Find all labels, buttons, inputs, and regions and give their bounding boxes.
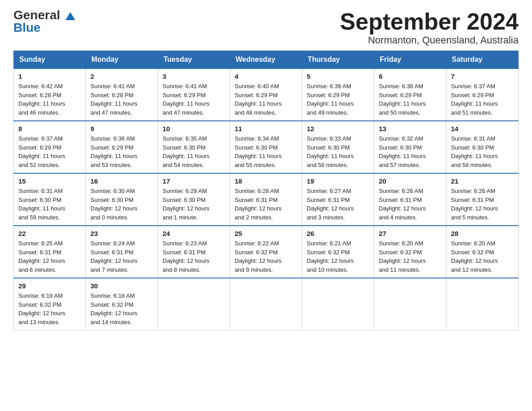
table-row [446,278,519,330]
header-wednesday: Wednesday [230,51,302,69]
day-number: 20 [379,177,442,185]
day-number: 18 [235,177,297,185]
calendar-week-row: 8 Sunrise: 6:37 AM Sunset: 6:29 PM Dayli… [14,121,519,173]
logo-blue: Blue [13,21,65,34]
day-number: 15 [18,177,81,185]
day-number: 16 [90,177,153,185]
calendar-week-row: 15 Sunrise: 6:31 AM Sunset: 6:30 PM Dayl… [14,173,519,226]
table-row: 11 Sunrise: 6:34 AM Sunset: 6:30 PM Dayl… [230,121,302,173]
title-section: September 2024 Normanton, Queensland, Au… [340,9,519,46]
table-row: 17 Sunrise: 6:29 AM Sunset: 6:30 PM Dayl… [158,173,230,226]
day-info: Sunrise: 6:35 AM Sunset: 6:30 PM Dayligh… [163,134,225,169]
table-row: 19 Sunrise: 6:27 AM Sunset: 6:31 PM Dayl… [302,173,374,226]
day-number: 30 [90,282,153,290]
logo: General Blue [13,9,65,34]
day-info: Sunrise: 6:25 AM Sunset: 6:31 PM Dayligh… [18,239,81,274]
calendar-week-row: 29 Sunrise: 6:19 AM Sunset: 6:32 PM Dayl… [14,278,519,330]
table-row: 15 Sunrise: 6:31 AM Sunset: 6:30 PM Dayl… [14,173,86,226]
day-info: Sunrise: 6:42 AM Sunset: 6:28 PM Dayligh… [18,82,81,117]
day-number: 9 [90,125,153,133]
day-info: Sunrise: 6:20 AM Sunset: 6:32 PM Dayligh… [379,239,442,274]
day-info: Sunrise: 6:26 AM Sunset: 6:31 PM Dayligh… [451,187,514,222]
calendar-header-row: Sunday Monday Tuesday Wednesday Thursday… [14,51,519,69]
day-info: Sunrise: 6:39 AM Sunset: 6:29 PM Dayligh… [307,82,369,117]
calendar-week-row: 1 Sunrise: 6:42 AM Sunset: 6:28 PM Dayli… [14,68,519,121]
table-row: 14 Sunrise: 6:31 AM Sunset: 6:30 PM Dayl… [446,121,519,173]
day-number: 12 [307,125,369,133]
day-info: Sunrise: 6:20 AM Sunset: 6:32 PM Dayligh… [451,239,514,274]
day-info: Sunrise: 6:41 AM Sunset: 6:29 PM Dayligh… [163,82,225,117]
table-row: 16 Sunrise: 6:30 AM Sunset: 6:30 PM Dayl… [86,173,158,226]
day-number: 17 [163,177,225,185]
table-row: 6 Sunrise: 6:38 AM Sunset: 6:29 PM Dayli… [374,68,446,121]
table-row: 21 Sunrise: 6:26 AM Sunset: 6:31 PM Dayl… [446,173,519,226]
day-info: Sunrise: 6:31 AM Sunset: 6:30 PM Dayligh… [18,187,81,222]
header-tuesday: Tuesday [158,51,230,69]
location: Normanton, Queensland, Australia [340,34,519,46]
day-info: Sunrise: 6:28 AM Sunset: 6:31 PM Dayligh… [235,187,297,222]
day-number: 27 [379,230,442,237]
day-info: Sunrise: 6:32 AM Sunset: 6:30 PM Dayligh… [379,134,442,169]
day-info: Sunrise: 6:33 AM Sunset: 6:30 PM Dayligh… [307,134,369,169]
day-info: Sunrise: 6:34 AM Sunset: 6:30 PM Dayligh… [235,134,297,169]
day-info: Sunrise: 6:37 AM Sunset: 6:29 PM Dayligh… [451,82,514,117]
table-row: 24 Sunrise: 6:23 AM Sunset: 6:31 PM Dayl… [158,226,230,278]
table-row: 18 Sunrise: 6:28 AM Sunset: 6:31 PM Dayl… [230,173,302,226]
table-row [302,278,374,330]
day-info: Sunrise: 6:31 AM Sunset: 6:30 PM Dayligh… [451,134,514,169]
day-number: 5 [307,73,369,80]
day-number: 25 [235,230,297,237]
day-number: 26 [307,230,369,237]
day-info: Sunrise: 6:21 AM Sunset: 6:32 PM Dayligh… [307,239,369,274]
header-monday: Monday [86,51,158,69]
table-row [230,278,302,330]
header-sunday: Sunday [14,51,86,69]
table-row: 27 Sunrise: 6:20 AM Sunset: 6:32 PM Dayl… [374,226,446,278]
table-row: 30 Sunrise: 6:18 AM Sunset: 6:32 PM Dayl… [86,278,158,330]
header-saturday: Saturday [446,51,519,69]
day-info: Sunrise: 6:41 AM Sunset: 6:28 PM Dayligh… [90,82,153,117]
day-number: 10 [163,125,225,133]
table-row: 12 Sunrise: 6:33 AM Sunset: 6:30 PM Dayl… [302,121,374,173]
table-row: 5 Sunrise: 6:39 AM Sunset: 6:29 PM Dayli… [302,68,374,121]
svg-marker-0 [65,12,75,20]
table-row: 7 Sunrise: 6:37 AM Sunset: 6:29 PM Dayli… [446,68,519,121]
day-number: 7 [451,73,514,80]
day-number: 29 [18,282,81,290]
day-info: Sunrise: 6:40 AM Sunset: 6:29 PM Dayligh… [235,82,297,117]
day-number: 19 [307,177,369,185]
day-number: 23 [90,230,153,237]
table-row: 4 Sunrise: 6:40 AM Sunset: 6:29 PM Dayli… [230,68,302,121]
day-number: 4 [235,73,297,80]
day-number: 1 [18,73,81,80]
day-number: 14 [451,125,514,133]
table-row: 28 Sunrise: 6:20 AM Sunset: 6:32 PM Dayl… [446,226,519,278]
day-number: 6 [379,73,442,80]
day-number: 2 [90,73,153,80]
calendar-table: Sunday Monday Tuesday Wednesday Thursday… [13,51,519,330]
day-info: Sunrise: 6:38 AM Sunset: 6:29 PM Dayligh… [379,82,442,117]
table-row [374,278,446,330]
table-row: 20 Sunrise: 6:26 AM Sunset: 6:31 PM Dayl… [374,173,446,226]
table-row: 9 Sunrise: 6:36 AM Sunset: 6:29 PM Dayli… [86,121,158,173]
table-row: 1 Sunrise: 6:42 AM Sunset: 6:28 PM Dayli… [14,68,86,121]
table-row: 29 Sunrise: 6:19 AM Sunset: 6:32 PM Dayl… [14,278,86,330]
day-number: 21 [451,177,514,185]
table-row: 8 Sunrise: 6:37 AM Sunset: 6:29 PM Dayli… [14,121,86,173]
day-info: Sunrise: 6:22 AM Sunset: 6:32 PM Dayligh… [235,239,297,274]
day-info: Sunrise: 6:19 AM Sunset: 6:32 PM Dayligh… [18,291,81,326]
day-number: 11 [235,125,297,133]
table-row: 23 Sunrise: 6:24 AM Sunset: 6:31 PM Dayl… [86,226,158,278]
day-info: Sunrise: 6:36 AM Sunset: 6:29 PM Dayligh… [90,134,153,169]
table-row: 22 Sunrise: 6:25 AM Sunset: 6:31 PM Dayl… [14,226,86,278]
day-info: Sunrise: 6:30 AM Sunset: 6:30 PM Dayligh… [90,187,153,222]
day-number: 13 [379,125,442,133]
day-info: Sunrise: 6:18 AM Sunset: 6:32 PM Dayligh… [90,291,153,326]
day-info: Sunrise: 6:37 AM Sunset: 6:29 PM Dayligh… [18,134,81,169]
table-row: 2 Sunrise: 6:41 AM Sunset: 6:28 PM Dayli… [86,68,158,121]
day-number: 8 [18,125,81,133]
day-info: Sunrise: 6:24 AM Sunset: 6:31 PM Dayligh… [90,239,153,274]
table-row: 25 Sunrise: 6:22 AM Sunset: 6:32 PM Dayl… [230,226,302,278]
day-info: Sunrise: 6:26 AM Sunset: 6:31 PM Dayligh… [379,187,442,222]
table-row: 10 Sunrise: 6:35 AM Sunset: 6:30 PM Dayl… [158,121,230,173]
